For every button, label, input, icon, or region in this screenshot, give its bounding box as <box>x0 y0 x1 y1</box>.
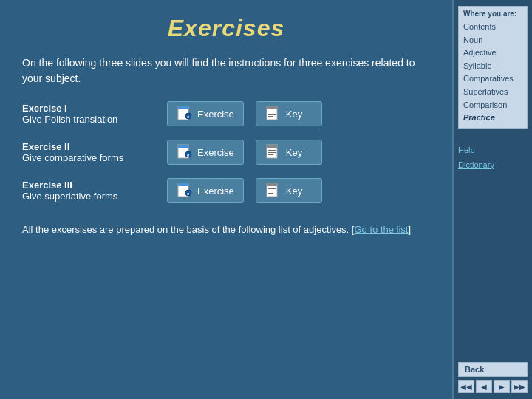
sidebar: Where you are: Contents Noun Adjective S… <box>452 0 532 399</box>
exercise-row-2: Exercise II Give comparative forms e Exe… <box>22 140 430 165</box>
page-title: Exercises <box>22 15 430 42</box>
exercise-1-exercise-label: Exercise <box>197 109 234 120</box>
sidebar-item-noun[interactable]: Noun <box>463 34 522 47</box>
sidebar-item-comparatives[interactable]: Comparatives <box>463 72 522 86</box>
svg-rect-10 <box>178 145 188 148</box>
exercise-row-3: Exercise III Give superlative forms e Ex… <box>22 178 430 203</box>
svg-rect-1 <box>178 106 188 109</box>
exercise-2-exercise-label: Exercise <box>197 147 234 158</box>
sidebar-item-superlatives[interactable]: Superlatives <box>463 86 522 99</box>
footer-text-before: All the excersises are prepared on the b… <box>22 224 354 235</box>
nav-last-button[interactable]: ▶▶ <box>511 380 528 393</box>
sidebar-item-adjective[interactable]: Adjective <box>463 47 522 60</box>
footer-section: All the excersises are prepared on the b… <box>22 222 430 238</box>
svg-rect-19 <box>178 183 188 186</box>
svg-rect-7 <box>268 114 276 115</box>
sidebar-item-practice[interactable]: Practice <box>463 112 522 125</box>
dictionary-link[interactable]: Dictionary <box>458 158 528 173</box>
exercise-3-subtitle: Give superlative forms <box>22 191 155 202</box>
svg-rect-5 <box>267 106 277 109</box>
svg-rect-16 <box>268 152 276 153</box>
svg-rect-6 <box>268 112 276 112</box>
sidebar-item-syllable[interactable]: Syllable <box>463 60 522 73</box>
key-doc-icon-2 <box>265 144 282 160</box>
exercise-2-key-label: Key <box>286 147 302 158</box>
exercise-3-key-label: Key <box>286 185 302 197</box>
key-doc-icon-3 <box>265 183 282 199</box>
key-doc-icon-1 <box>265 106 282 122</box>
exercise-1-exercise-button[interactable]: e Exercise <box>167 101 244 126</box>
svg-rect-26 <box>268 193 273 194</box>
nav-next-button[interactable]: ▶ <box>494 380 510 393</box>
where-label: Where you are: <box>463 10 522 18</box>
exercise-doc-icon-3: e <box>177 183 193 199</box>
go-to-list-link[interactable]: Go to the list <box>354 224 408 235</box>
svg-rect-25 <box>268 191 276 191</box>
nav-first-button[interactable]: ◀◀ <box>458 380 474 393</box>
sidebar-item-contents[interactable]: Contents <box>463 21 522 34</box>
exercise-1-key-label: Key <box>286 109 302 120</box>
exercise-1-key-button[interactable]: Key <box>256 101 322 126</box>
exercise-3-label: Exercise III Give superlative forms <box>22 180 155 202</box>
svg-rect-8 <box>268 116 273 117</box>
footer-text-end: ] <box>408 224 411 235</box>
exercise-3-exercise-label: Exercise <box>197 185 234 197</box>
exercise-doc-icon-2: e <box>177 144 193 160</box>
exercise-2-key-button[interactable]: Key <box>256 140 322 165</box>
nav-prev-button[interactable]: ◀ <box>476 380 492 393</box>
nav-controls: ◀◀ ◀ ▶ ▶▶ <box>458 380 528 393</box>
exercise-3-key-button[interactable]: Key <box>256 178 322 203</box>
svg-rect-17 <box>268 154 273 155</box>
back-section: Back ◀◀ ◀ ▶ ▶▶ <box>458 362 528 393</box>
svg-rect-15 <box>268 150 276 151</box>
exercise-1-subtitle: Give Polish translation <box>22 114 155 125</box>
where-you-are-box: Where you are: Contents Noun Adjective S… <box>458 6 528 129</box>
svg-rect-23 <box>267 183 277 186</box>
exercise-2-label: Exercise II Give comparative forms <box>22 141 155 163</box>
svg-rect-14 <box>267 145 277 148</box>
sidebar-item-comparison[interactable]: Comparison <box>463 99 522 112</box>
intro-text: On the following three slides you will f… <box>22 55 430 86</box>
exercise-3-exercise-button[interactable]: e Exercise <box>167 178 244 203</box>
exercise-doc-icon: e <box>177 106 193 122</box>
svg-rect-24 <box>268 188 276 189</box>
back-button[interactable]: Back <box>458 362 528 377</box>
exercise-1-label: Exercise I Give Polish translation <box>22 103 155 125</box>
exercise-2-title: Exercise II <box>22 141 155 152</box>
exercise-2-subtitle: Give comparative forms <box>22 152 155 163</box>
exercise-3-title: Exercise III <box>22 180 155 191</box>
exercise-row-1: Exercise I Give Polish translation e Exe… <box>22 101 430 126</box>
sidebar-links: Help Dictionary <box>458 140 528 176</box>
exercise-1-title: Exercise I <box>22 103 155 114</box>
help-link[interactable]: Help <box>458 143 528 158</box>
main-content: Exercises On the following three slides … <box>0 0 452 399</box>
exercise-2-exercise-button[interactable]: e Exercise <box>167 140 244 165</box>
